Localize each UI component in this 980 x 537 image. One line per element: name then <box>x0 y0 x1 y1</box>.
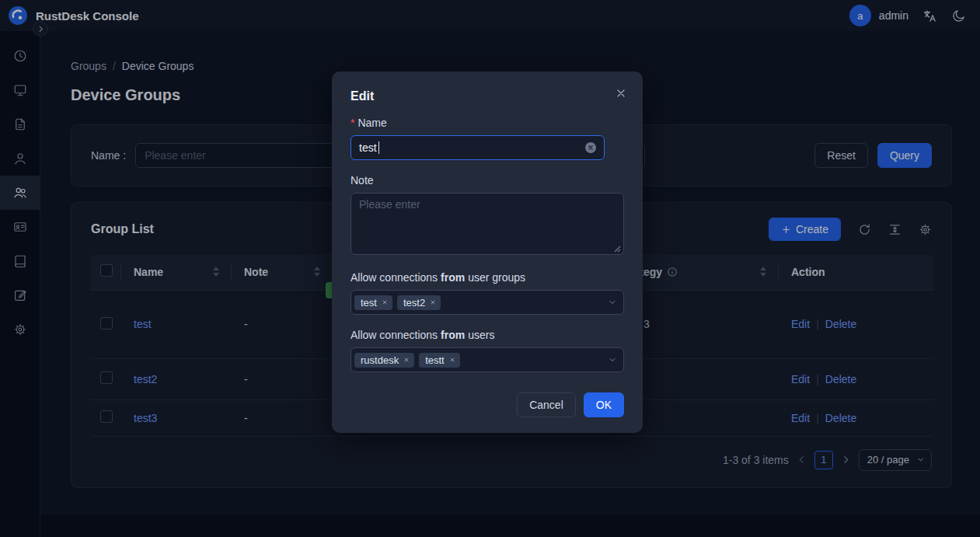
name-field-label: Name <box>357 117 386 129</box>
tag-user: rustdesk <box>354 353 414 368</box>
cancel-button[interactable]: Cancel <box>517 392 576 417</box>
ok-button[interactable]: OK <box>584 392 624 417</box>
edit-group-modal: Edit * Name test Note Allow connections … <box>332 71 643 433</box>
chevron-down-icon <box>608 298 617 307</box>
users-select[interactable]: rustdesk testt <box>350 347 624 372</box>
user-groups-field-label: user groups <box>468 271 525 284</box>
required-mark: * <box>350 117 354 129</box>
group-name-input[interactable]: test <box>350 135 605 160</box>
users-field-label: users <box>468 329 494 341</box>
modal-title: Edit <box>350 87 624 106</box>
tag-user: testt <box>419 353 460 368</box>
remove-tag-icon[interactable] <box>403 357 410 363</box>
tag-user-group: test <box>354 295 392 310</box>
tag-user-group: test2 <box>397 295 441 310</box>
text-cursor <box>378 141 380 154</box>
remove-tag-icon[interactable] <box>449 357 455 363</box>
user-groups-select[interactable]: test test2 <box>350 290 624 315</box>
note-field-label: Note <box>350 174 374 187</box>
chevron-down-icon <box>608 355 617 364</box>
remove-tag-icon[interactable] <box>382 299 388 305</box>
close-icon[interactable] <box>615 87 627 99</box>
remove-tag-icon[interactable] <box>430 299 436 305</box>
clear-input-icon[interactable] <box>585 142 596 153</box>
note-textarea[interactable] <box>350 193 624 255</box>
resize-grip-icon[interactable] <box>614 246 621 253</box>
